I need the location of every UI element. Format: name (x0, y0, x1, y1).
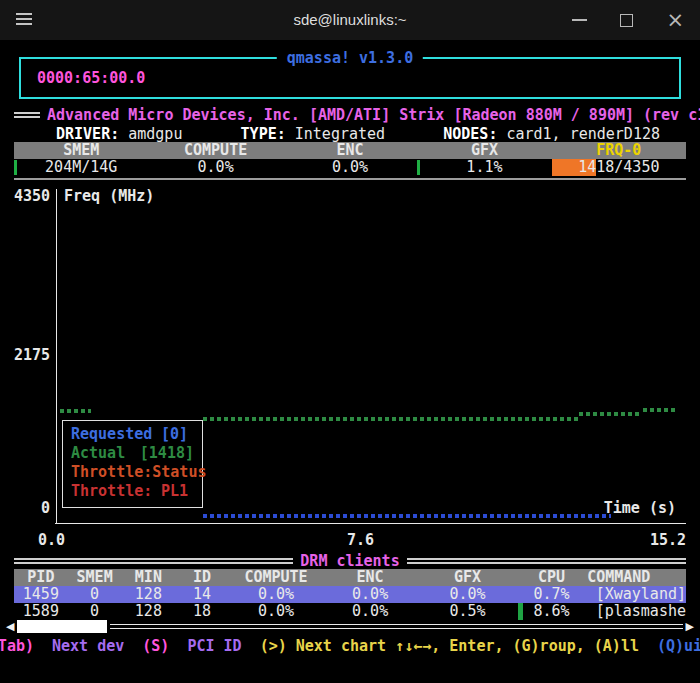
cpu-cell: 8.6% (518, 603, 585, 620)
key-hint-chart-nav: (>) Next chart ↑↓←→, Enter, (G)roup, (A)… (260, 637, 648, 655)
horizontal-scrollbar[interactable]: ◀ ▶ (6, 620, 694, 633)
drm-col-pid: PID (14, 569, 68, 586)
stats-col-compute: COMPUTE (148, 142, 282, 159)
y-tick-mid: 2175 (0, 346, 50, 364)
scroll-left-icon[interactable]: ◀ (6, 620, 14, 633)
scrollbar-track[interactable] (110, 624, 682, 629)
app-title: qmassa! v1.3.0 (277, 49, 423, 67)
maximize-icon[interactable] (620, 14, 633, 27)
drm-col-gfx: GFX (417, 569, 518, 586)
device-name: Advanced Micro Devices, Inc. [AMD/ATI] S… (47, 106, 700, 124)
stats-col-enc: ENC (283, 142, 417, 159)
chart-line-segment (643, 408, 676, 412)
stats-col-gfx: GFX (417, 142, 551, 159)
stats-divider (14, 178, 686, 180)
drm-col-smem: SMEM (68, 569, 122, 586)
table-row[interactable]: 1589 0 128 18 0.0% 0.0% 0.5% 8.6% [plasm… (14, 603, 686, 620)
stats-gfx-value: 1.1% (417, 159, 551, 176)
scrollbar-thumb[interactable] (17, 620, 107, 633)
x-axis-label: Time (s) (604, 499, 676, 517)
y-axis-line (56, 189, 57, 524)
legend-requested: Requested[0] (71, 425, 194, 444)
chart-title: Freq (MHz) (64, 187, 154, 205)
table-row-selected[interactable]: 1459 0 128 14 0.0% 0.0% 0.0% 0.7% [Xwayl… (14, 586, 686, 603)
stats-col-smem: SMEM (14, 142, 148, 159)
chart-line-segment (203, 514, 611, 518)
terminal-content: qmassa! v1.3.0 0000:65:00.0 Advanced Mic… (0, 40, 700, 683)
gfx-gauge (417, 160, 420, 175)
x-tick-2: 15.2 (650, 531, 686, 549)
drm-clients-title: DRM clients (300, 552, 399, 570)
drm-col-cpu: CPU (518, 569, 585, 586)
terminal-window: sde@linuxlinks:~ × qmassa! v1.3.0 0000:6… (0, 0, 700, 683)
cpu-gauge-bar (518, 603, 523, 620)
chart-line-segment (60, 409, 91, 413)
legend-throttle-pl1: Throttle:PL1 (71, 482, 194, 501)
device-list-box: qmassa! v1.3.0 0000:65:00.0 (19, 57, 681, 99)
stats-frq-value: 1418/4350 (552, 159, 686, 176)
stats-smem-value: 204M/14G (14, 159, 148, 176)
drm-col-enc: ENC (323, 569, 417, 586)
x-tick-1: 7.6 (347, 531, 374, 549)
minimize-icon[interactable] (572, 19, 587, 21)
close-icon[interactable]: × (666, 14, 684, 27)
key-hint-tab: (Tab) (0, 637, 34, 655)
drm-col-command: COMMAND (585, 569, 686, 586)
drm-clients-separator: DRM clients (14, 553, 686, 569)
pci-address[interactable]: 0000:65:00.0 (37, 69, 145, 87)
key-hint-s: (S) (142, 637, 169, 655)
separator-line (407, 558, 686, 564)
legend-throttle-status: Throttle:Status (71, 463, 194, 482)
chart-line-segment (203, 417, 578, 421)
chart-legend: Requested[0] Actual[1418] Throttle:Statu… (62, 420, 203, 508)
y-tick-max: 4350 (0, 187, 50, 205)
stats-table-header: SMEM COMPUTE ENC GFX FRQ-0 (14, 142, 686, 159)
drm-col-id: ID (175, 569, 229, 586)
drm-col-compute: COMPUTE (229, 569, 323, 586)
keybinding-menu: (Tab) Next dev (S) PCI ID (>) Next chart… (0, 637, 700, 654)
x-tick-0: 0.0 (38, 531, 65, 549)
freq-chart: 4350 2175 0 Freq (MHz) Time (s) Requeste… (0, 183, 700, 555)
y-tick-zero: 0 (0, 499, 50, 517)
key-hint-next-dev: Next dev (43, 637, 133, 655)
device-name-line: Advanced Micro Devices, Inc. [AMD/ATI] S… (14, 107, 686, 123)
stats-col-frq: FRQ-0 (552, 142, 686, 159)
scroll-right-icon[interactable]: ▶ (686, 620, 694, 633)
separator-line (14, 558, 293, 564)
smem-gauge (14, 160, 17, 175)
drm-table-header: PID SMEM MIN ID COMPUTE ENC GFX CPU COMM… (14, 569, 686, 586)
chart-line-segment (579, 412, 642, 416)
window-titlebar: sde@linuxlinks:~ × (0, 0, 700, 40)
x-axis-line (55, 523, 686, 524)
key-hint-pci-id: PCI ID (178, 637, 250, 655)
separator-line (14, 112, 40, 118)
key-hint-quit: (Q)uit (657, 637, 700, 655)
stats-enc-value: 0.0% (283, 159, 417, 176)
stats-table-values: 204M/14G 0.0% 0.0% 1.1% 1418/4350 (14, 159, 686, 176)
stats-compute-value: 0.0% (148, 159, 282, 176)
legend-actual: Actual[1418] (71, 444, 194, 463)
drm-col-min: MIN (122, 569, 176, 586)
